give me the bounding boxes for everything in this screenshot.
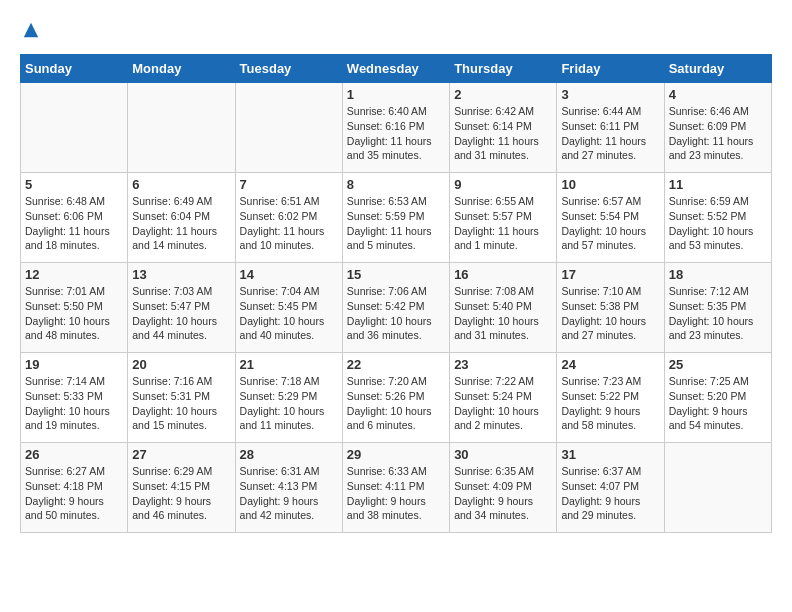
- day-cell: 23Sunrise: 7:22 AM Sunset: 5:24 PM Dayli…: [450, 353, 557, 443]
- day-cell: 19Sunrise: 7:14 AM Sunset: 5:33 PM Dayli…: [21, 353, 128, 443]
- day-number: 25: [669, 357, 767, 372]
- day-cell: 29Sunrise: 6:33 AM Sunset: 4:11 PM Dayli…: [342, 443, 449, 533]
- day-info: Sunrise: 7:08 AM Sunset: 5:40 PM Dayligh…: [454, 284, 552, 343]
- weekday-header-friday: Friday: [557, 55, 664, 83]
- day-cell: 6Sunrise: 6:49 AM Sunset: 6:04 PM Daylig…: [128, 173, 235, 263]
- logo: [20, 20, 40, 44]
- day-cell: 21Sunrise: 7:18 AM Sunset: 5:29 PM Dayli…: [235, 353, 342, 443]
- day-number: 18: [669, 267, 767, 282]
- day-info: Sunrise: 6:48 AM Sunset: 6:06 PM Dayligh…: [25, 194, 123, 253]
- weekday-header-wednesday: Wednesday: [342, 55, 449, 83]
- day-info: Sunrise: 7:20 AM Sunset: 5:26 PM Dayligh…: [347, 374, 445, 433]
- day-info: Sunrise: 6:51 AM Sunset: 6:02 PM Dayligh…: [240, 194, 338, 253]
- day-number: 1: [347, 87, 445, 102]
- day-info: Sunrise: 6:59 AM Sunset: 5:52 PM Dayligh…: [669, 194, 767, 253]
- weekday-header-thursday: Thursday: [450, 55, 557, 83]
- day-number: 9: [454, 177, 552, 192]
- day-cell: 5Sunrise: 6:48 AM Sunset: 6:06 PM Daylig…: [21, 173, 128, 263]
- day-cell: 12Sunrise: 7:01 AM Sunset: 5:50 PM Dayli…: [21, 263, 128, 353]
- day-number: 13: [132, 267, 230, 282]
- day-info: Sunrise: 7:23 AM Sunset: 5:22 PM Dayligh…: [561, 374, 659, 433]
- day-number: 6: [132, 177, 230, 192]
- day-number: 31: [561, 447, 659, 462]
- day-number: 30: [454, 447, 552, 462]
- day-info: Sunrise: 7:14 AM Sunset: 5:33 PM Dayligh…: [25, 374, 123, 433]
- day-number: 22: [347, 357, 445, 372]
- day-cell: 2Sunrise: 6:42 AM Sunset: 6:14 PM Daylig…: [450, 83, 557, 173]
- calendar-table: SundayMondayTuesdayWednesdayThursdayFrid…: [20, 54, 772, 533]
- day-number: 21: [240, 357, 338, 372]
- day-cell: 14Sunrise: 7:04 AM Sunset: 5:45 PM Dayli…: [235, 263, 342, 353]
- day-info: Sunrise: 6:53 AM Sunset: 5:59 PM Dayligh…: [347, 194, 445, 253]
- day-number: 2: [454, 87, 552, 102]
- day-info: Sunrise: 7:25 AM Sunset: 5:20 PM Dayligh…: [669, 374, 767, 433]
- day-number: 26: [25, 447, 123, 462]
- day-info: Sunrise: 6:44 AM Sunset: 6:11 PM Dayligh…: [561, 104, 659, 163]
- week-row-1: 1Sunrise: 6:40 AM Sunset: 6:16 PM Daylig…: [21, 83, 772, 173]
- day-number: 15: [347, 267, 445, 282]
- page-header: [20, 20, 772, 44]
- week-row-2: 5Sunrise: 6:48 AM Sunset: 6:06 PM Daylig…: [21, 173, 772, 263]
- day-number: 23: [454, 357, 552, 372]
- day-info: Sunrise: 7:22 AM Sunset: 5:24 PM Dayligh…: [454, 374, 552, 433]
- day-cell: 25Sunrise: 7:25 AM Sunset: 5:20 PM Dayli…: [664, 353, 771, 443]
- day-cell: [21, 83, 128, 173]
- day-cell: 16Sunrise: 7:08 AM Sunset: 5:40 PM Dayli…: [450, 263, 557, 353]
- weekday-header-tuesday: Tuesday: [235, 55, 342, 83]
- week-row-3: 12Sunrise: 7:01 AM Sunset: 5:50 PM Dayli…: [21, 263, 772, 353]
- day-info: Sunrise: 7:18 AM Sunset: 5:29 PM Dayligh…: [240, 374, 338, 433]
- day-cell: [235, 83, 342, 173]
- week-row-4: 19Sunrise: 7:14 AM Sunset: 5:33 PM Dayli…: [21, 353, 772, 443]
- day-cell: 30Sunrise: 6:35 AM Sunset: 4:09 PM Dayli…: [450, 443, 557, 533]
- day-info: Sunrise: 6:49 AM Sunset: 6:04 PM Dayligh…: [132, 194, 230, 253]
- day-number: 8: [347, 177, 445, 192]
- weekday-header-saturday: Saturday: [664, 55, 771, 83]
- day-info: Sunrise: 6:55 AM Sunset: 5:57 PM Dayligh…: [454, 194, 552, 253]
- day-info: Sunrise: 6:35 AM Sunset: 4:09 PM Dayligh…: [454, 464, 552, 523]
- day-cell: 4Sunrise: 6:46 AM Sunset: 6:09 PM Daylig…: [664, 83, 771, 173]
- day-cell: 20Sunrise: 7:16 AM Sunset: 5:31 PM Dayli…: [128, 353, 235, 443]
- day-number: 16: [454, 267, 552, 282]
- day-cell: 18Sunrise: 7:12 AM Sunset: 5:35 PM Dayli…: [664, 263, 771, 353]
- day-info: Sunrise: 6:29 AM Sunset: 4:15 PM Dayligh…: [132, 464, 230, 523]
- day-cell: 22Sunrise: 7:20 AM Sunset: 5:26 PM Dayli…: [342, 353, 449, 443]
- day-info: Sunrise: 6:31 AM Sunset: 4:13 PM Dayligh…: [240, 464, 338, 523]
- day-info: Sunrise: 7:01 AM Sunset: 5:50 PM Dayligh…: [25, 284, 123, 343]
- day-info: Sunrise: 7:12 AM Sunset: 5:35 PM Dayligh…: [669, 284, 767, 343]
- day-info: Sunrise: 6:46 AM Sunset: 6:09 PM Dayligh…: [669, 104, 767, 163]
- day-cell: 3Sunrise: 6:44 AM Sunset: 6:11 PM Daylig…: [557, 83, 664, 173]
- day-number: 20: [132, 357, 230, 372]
- day-number: 5: [25, 177, 123, 192]
- day-cell: 17Sunrise: 7:10 AM Sunset: 5:38 PM Dayli…: [557, 263, 664, 353]
- day-cell: 1Sunrise: 6:40 AM Sunset: 6:16 PM Daylig…: [342, 83, 449, 173]
- day-number: 10: [561, 177, 659, 192]
- day-cell: 15Sunrise: 7:06 AM Sunset: 5:42 PM Dayli…: [342, 263, 449, 353]
- day-number: 7: [240, 177, 338, 192]
- day-info: Sunrise: 7:06 AM Sunset: 5:42 PM Dayligh…: [347, 284, 445, 343]
- day-info: Sunrise: 6:27 AM Sunset: 4:18 PM Dayligh…: [25, 464, 123, 523]
- day-info: Sunrise: 7:10 AM Sunset: 5:38 PM Dayligh…: [561, 284, 659, 343]
- day-info: Sunrise: 6:42 AM Sunset: 6:14 PM Dayligh…: [454, 104, 552, 163]
- day-cell: [664, 443, 771, 533]
- day-number: 4: [669, 87, 767, 102]
- day-cell: 10Sunrise: 6:57 AM Sunset: 5:54 PM Dayli…: [557, 173, 664, 263]
- day-cell: 13Sunrise: 7:03 AM Sunset: 5:47 PM Dayli…: [128, 263, 235, 353]
- day-cell: 11Sunrise: 6:59 AM Sunset: 5:52 PM Dayli…: [664, 173, 771, 263]
- day-number: 24: [561, 357, 659, 372]
- day-info: Sunrise: 6:57 AM Sunset: 5:54 PM Dayligh…: [561, 194, 659, 253]
- day-info: Sunrise: 7:04 AM Sunset: 5:45 PM Dayligh…: [240, 284, 338, 343]
- day-number: 19: [25, 357, 123, 372]
- day-cell: 8Sunrise: 6:53 AM Sunset: 5:59 PM Daylig…: [342, 173, 449, 263]
- logo-icon: [22, 21, 40, 39]
- svg-marker-0: [24, 23, 38, 37]
- day-cell: 31Sunrise: 6:37 AM Sunset: 4:07 PM Dayli…: [557, 443, 664, 533]
- day-number: 12: [25, 267, 123, 282]
- day-cell: 27Sunrise: 6:29 AM Sunset: 4:15 PM Dayli…: [128, 443, 235, 533]
- weekday-header-monday: Monday: [128, 55, 235, 83]
- day-info: Sunrise: 7:16 AM Sunset: 5:31 PM Dayligh…: [132, 374, 230, 433]
- day-cell: 7Sunrise: 6:51 AM Sunset: 6:02 PM Daylig…: [235, 173, 342, 263]
- day-info: Sunrise: 7:03 AM Sunset: 5:47 PM Dayligh…: [132, 284, 230, 343]
- day-number: 3: [561, 87, 659, 102]
- day-info: Sunrise: 6:37 AM Sunset: 4:07 PM Dayligh…: [561, 464, 659, 523]
- day-number: 28: [240, 447, 338, 462]
